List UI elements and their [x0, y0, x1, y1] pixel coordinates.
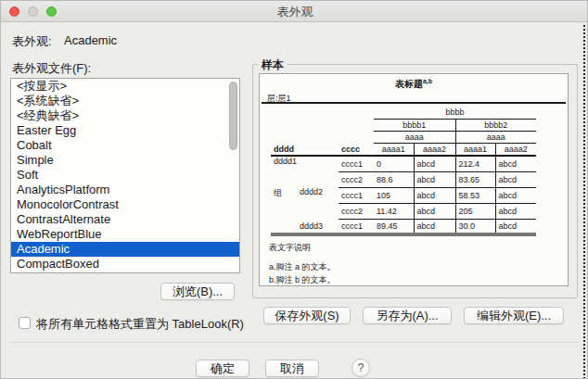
preview-row-label: dddd3	[297, 219, 339, 234]
current-tablelook-value: Academic	[64, 33, 117, 47]
preview-cell: abcd	[414, 171, 455, 187]
preview-cell: abcd	[414, 187, 455, 203]
preview-col-header: aaaa1	[455, 143, 495, 156]
preview-cell: abcd	[414, 203, 455, 219]
preview-cell: abcd	[495, 203, 536, 219]
preview-cell: abcd	[495, 187, 536, 203]
list-item[interactable]: <经典缺省>	[11, 108, 239, 123]
preview-sub-label: cccc1	[339, 156, 374, 171]
cancel-button[interactable]: 取消	[265, 360, 319, 377]
browse-button[interactable]: 浏览(B)...	[160, 283, 235, 300]
save-as-button[interactable]: 另存为(A)...	[363, 307, 452, 324]
preview-sub-label: cccc2	[339, 203, 374, 219]
preview-subheader: bbbb1	[374, 119, 455, 131]
preview-cell: 105	[374, 187, 414, 203]
preview-col-header: aaaa2	[495, 143, 536, 156]
preview-cell: abcd	[414, 219, 455, 234]
preview-col-header: aaaa2	[414, 143, 455, 156]
reset-checkbox[interactable]	[19, 317, 31, 329]
preview-cell: abcd	[495, 171, 536, 187]
list-item-selected[interactable]: Academic	[11, 242, 239, 257]
preview-table-title-footmarks: a,b	[423, 78, 432, 84]
preview-corner-empty	[271, 107, 374, 143]
preview-subheader: aaaa	[455, 131, 536, 143]
preview-caption: 表文字说明	[269, 242, 311, 254]
preview-row-dim-header: cccc	[339, 143, 374, 156]
preview-cell: 83.65	[455, 171, 495, 187]
preview-cell: 0	[374, 156, 414, 171]
preview-footnote-b: b.脚注 b 的文本。	[269, 274, 336, 286]
window-title: 表外观	[1, 1, 588, 22]
save-look-button[interactable]: 保存外观(S)	[263, 307, 351, 324]
preview-table: bbbb bbbb1 bbbb2 aaaa aaaa dddd cccc aaa…	[271, 107, 536, 236]
list-item[interactable]: AnalyticsPlatform	[11, 183, 239, 197]
list-item[interactable]: ContrastAlternate	[11, 212, 239, 227]
list-item[interactable]: Cobalt	[11, 138, 239, 153]
preview-subheader: aaaa	[374, 131, 455, 143]
preview-row-label: dddd2	[297, 187, 339, 219]
list-item[interactable]: Easter Egg	[11, 123, 239, 138]
sample-preview: 表标题a,b 层:层1 bbbb bbbb1 bbbb2 aaaa aaaa d…	[259, 73, 569, 286]
list-item[interactable]: WebReportBlue	[11, 227, 239, 242]
bottom-divider	[10, 342, 578, 343]
list-scrollbar-thumb[interactable]	[229, 82, 237, 150]
preview-subheader: bbbb2	[455, 119, 536, 131]
list-item[interactable]: Soft	[11, 168, 239, 183]
preview-cell: abcd	[495, 219, 536, 234]
list-item[interactable]: CompactBoxed	[11, 257, 239, 272]
ok-button[interactable]: 确定	[196, 360, 249, 377]
edit-look-button[interactable]: 编辑外观(E)...	[464, 307, 564, 324]
list-item[interactable]: Simple	[11, 153, 239, 168]
preview-cell: abcd	[495, 156, 536, 171]
preview-table-title: 表标题a,b	[260, 78, 568, 91]
help-button[interactable]: ?	[352, 359, 370, 377]
preview-colgroup-header: bbbb	[374, 107, 536, 119]
preview-footnote-a: a.脚注 a 的文本。	[269, 261, 336, 273]
current-tablelook-label: 表外观:	[12, 33, 52, 50]
window-right-edge-dashes	[583, 25, 585, 379]
preview-cell: 212.4	[455, 156, 495, 171]
preview-sub-label: cccc1	[339, 187, 374, 203]
title-bar[interactable]: 表外观	[1, 1, 588, 22]
tablelook-files-label: 表外观文件(F):	[12, 60, 91, 77]
preview-row-dim-header: dddd	[271, 143, 339, 156]
preview-row-label: dddd1	[271, 156, 339, 187]
preview-cell: abcd	[414, 156, 455, 171]
preview-table-title-text: 表标题	[395, 79, 423, 89]
sample-group-label: 样本	[258, 57, 288, 73]
preview-sub-label: cccc1	[339, 219, 374, 234]
reset-checkbox-label: 将所有单元格格式重置为 TableLook(R)	[36, 316, 244, 333]
preview-group-label: 组	[271, 187, 297, 234]
preview-cell: 11.42	[374, 203, 414, 219]
preview-sub-label: cccc2	[339, 171, 374, 187]
preview-cell: 30.0	[455, 219, 495, 234]
preview-cell: 58.53	[455, 187, 495, 203]
list-item[interactable]: MonocolorContrast	[11, 197, 239, 212]
list-item[interactable]: <按显示>	[11, 79, 239, 94]
preview-col-header: aaaa1	[374, 143, 414, 156]
list-item[interactable]: <系统缺省>	[11, 94, 239, 108]
preview-cell: 205	[455, 203, 495, 219]
preview-cell: 89.45	[374, 219, 414, 234]
preview-double-rule	[262, 102, 566, 104]
preview-cell: 88.6	[374, 171, 414, 187]
tablelook-file-list[interactable]: <按显示> <系统缺省> <经典缺省> Easter Egg Cobalt Si…	[10, 78, 240, 273]
tablelook-dialog: 表外观 表外观: Academic 表外观文件(F): <按显示> <系统缺省>…	[0, 0, 588, 379]
